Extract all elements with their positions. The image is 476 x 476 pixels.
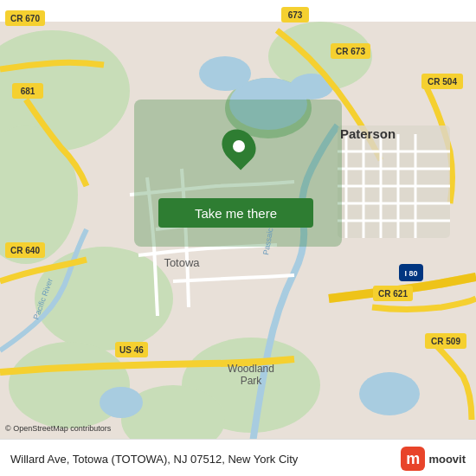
info-bar: Willard Ave, Totowa (TOTOWA), NJ 07512, …: [0, 439, 476, 476]
svg-point-10: [199, 56, 251, 91]
address-block: Willard Ave, Totowa (TOTOWA), NJ 07512, …: [10, 453, 298, 466]
map-container: CR 670 673 CR 673 CR 504 681 CR 640 CR 6…: [0, 0, 476, 476]
moovit-logo: m moovit: [401, 447, 466, 471]
svg-point-12: [359, 372, 420, 415]
map-pin: [223, 128, 254, 164]
address-text: Willard Ave, Totowa (TOTOWA), NJ 07512, …: [10, 453, 298, 466]
moovit-label: moovit: [428, 453, 466, 466]
take-me-there-button[interactable]: Take me there: [158, 198, 313, 228]
osm-credit: © OpenStreetMap contributors: [5, 424, 111, 433]
svg-point-13: [100, 387, 143, 418]
moovit-icon: m: [401, 447, 425, 471]
pin-inner: [233, 140, 245, 152]
